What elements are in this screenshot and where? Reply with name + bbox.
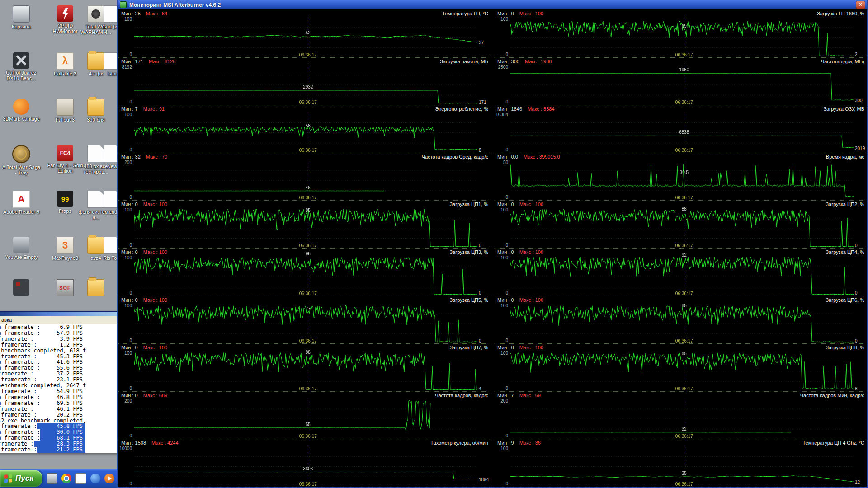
axis-max-label: 100 — [500, 207, 508, 212]
monitor-panel-r-3[interactable]: Мин : 1846Макс : 8384Загрузка ОЗУ, МБ163… — [495, 105, 866, 153]
desktop-icon-390-бля[interactable]: 390 бля — [76, 99, 116, 122]
graph-canvas — [134, 399, 477, 439]
monitor-panel-l-5[interactable]: Мин : 0Макс : 100Загрузка ЦП1, %10008506… — [118, 201, 490, 249]
mp3-icon: 3 — [57, 237, 74, 254]
desktop-icon-call-of-juarez-dx10-benc-[interactable]: Call of Juarez DX10 Benc... — [1, 52, 41, 81]
latest-value-label: 8 — [479, 148, 481, 153]
graph-canvas — [510, 17, 854, 57]
axis-min-label: 0 — [505, 147, 508, 152]
desktop-icon-folder[interactable] — [76, 279, 116, 298]
monitor-panel-r-7[interactable]: Мин : 0Макс : 100Загрузка ЦП6, %10008506… — [495, 296, 866, 344]
axis-label-gutter: 1000 — [118, 112, 134, 153]
cursor-value-label: 58 — [306, 123, 311, 128]
axis-max-label: 50 — [503, 160, 508, 165]
graph-canvas — [134, 351, 477, 391]
notepad-line-text: aximum framerate : — [0, 330, 40, 336]
desktop-icon-корзина[interactable]: Корзина — [1, 5, 41, 29]
app-icon[interactable] — [47, 473, 57, 484]
monitor-panel-l-10[interactable]: Мин : 1508Макс : 4244Тахометр кулера, об… — [118, 439, 490, 487]
plot-area: 8806:36:17 — [134, 351, 477, 391]
monitor-panel-l-2[interactable]: Мин : 171Макс : 6126Загрузка памяти, МБ8… — [118, 58, 490, 106]
axis-label-gutter: 1000 — [118, 207, 134, 248]
cursor-value-label: 85 — [306, 208, 311, 213]
plot-area: 9606:36:17 — [134, 255, 477, 296]
cursor-timestamp: 06:36:17 — [675, 291, 693, 296]
axis-min-label: 0 — [129, 481, 132, 486]
sof-icon: SOF — [57, 279, 74, 296]
desktop-icon-you-are-empty[interactable]: You Are Empty — [1, 237, 41, 260]
monitor-panel-r-9[interactable]: Мин : 7Макс : 69Частота кадров Мин, кадр… — [495, 392, 866, 440]
panel-header: Мин : 0Макс : 100Загрузка ЦП8, % — [495, 344, 866, 351]
close-icon[interactable]: × — [856, 1, 865, 9]
notepad-edit-menu-item[interactable]: авка — [1, 317, 12, 323]
monitor-panel-r-8[interactable]: Мин : 0Макс : 100Загрузка ЦП8, %10008506… — [495, 344, 866, 392]
guns-icon — [13, 52, 29, 69]
monitor-panel-r-2[interactable]: Мин : 300Макс : 1980Частота ядра, МГц250… — [495, 58, 866, 106]
desktop-icon-a-total-war-saga-troy[interactable]: A Total War Saga - Troy — [1, 145, 41, 175]
notepad-titlebar[interactable] — [0, 312, 119, 316]
bin-icon — [13, 5, 30, 23]
panel-header: Мин : 0Макс : 100Загрузка ЦП7, % — [118, 344, 490, 351]
axis-label-gutter: 2000 — [118, 160, 134, 201]
monitor-panel-l-9[interactable]: Мин : 0Макс : 689Частота кадров, кадр/с2… — [118, 392, 490, 440]
axis-max-label: 100 — [500, 446, 508, 451]
cursor-timestamp: 06:36:17 — [299, 482, 317, 487]
monitor-panel-r-1[interactable]: Мин : 0Макс : 100Загрузка ГП 1660, %1000… — [495, 10, 866, 58]
monitor-panel-r-10[interactable]: Мин : 9Макс : 36Температура ЦП 4 Ghz, °C… — [495, 439, 866, 487]
globe-icon[interactable] — [90, 474, 100, 483]
panel-title: Энергопотребление, % — [435, 106, 488, 112]
monitor-panel-l-8[interactable]: Мин : 0Макс : 100Загрузка ЦП7, %10008806… — [118, 344, 490, 392]
latest-value-label: 0 — [855, 338, 858, 343]
notepad-text-area[interactable]: inimum framerate : 6.9 FPSaximum framera… — [0, 324, 119, 453]
panel-plot-body: 50030.506:36:17 — [495, 160, 866, 201]
axis-min-label: 0 — [129, 291, 132, 296]
monitor-panel-l-1[interactable]: Мин : 25Макс : 64Температура ГП, °C10005… — [118, 10, 490, 58]
cursor-timestamp: 06:36:17 — [299, 148, 317, 153]
panel-plot-body: 10008806:36:174 — [118, 351, 490, 391]
panel-max-value: Макс : 100 — [519, 249, 543, 255]
latest-value-label: 171 — [479, 100, 486, 105]
afterburner-titlebar[interactable]: Мониторинг MSI Afterburner v4.6.2 × — [118, 0, 867, 9]
panel-plot-body: 10008506:36:170 — [118, 207, 490, 248]
wmp-icon[interactable] — [104, 474, 114, 483]
notepad-line-value: 46.8 FPS — [40, 394, 83, 400]
icon-glyph-text: 99 — [57, 191, 73, 207]
panel-header: Мин : 25Макс : 64Температура ГП, °C — [118, 10, 490, 17]
panel-min-value: Мин : 0 — [121, 201, 138, 207]
notepad-line-value: 45.3 FPS — [37, 353, 83, 360]
notepad-line-value: 54.9 FPS — [37, 388, 83, 394]
monitor-panel-l-7[interactable]: Мин : 0Макс : 100Загрузка ЦП5, %10007706… — [118, 296, 490, 344]
latest-value-gutter: 0 — [477, 207, 490, 248]
latest-value-gutter — [477, 399, 490, 439]
notepad-line-text: erage framerate : — [0, 353, 37, 360]
icon-glyph-text: λ — [57, 53, 73, 69]
monitor-panel-l-3[interactable]: Мин : 7Макс : 91Энергопотребление, %1000… — [118, 105, 490, 153]
latest-value-label: 2019 — [855, 146, 865, 151]
plot-area: 8506:36:17 — [510, 303, 854, 344]
panel-title: Частота кадров Сред, кадр/с — [422, 154, 488, 160]
monitor-panel-l-6[interactable]: Мин : 0Макс : 100Загрузка ЦП3, %10009606… — [118, 249, 490, 296]
notepad-line-text: low framerate : — [0, 336, 34, 342]
notepad-line-text: low framerate : — [0, 406, 34, 412]
desktop-icon-dark[interactable] — [1, 279, 41, 297]
latest-value-label: 1894 — [479, 477, 489, 482]
panel-title: Загрузка ЦП8, % — [826, 344, 864, 351]
yae-icon — [13, 237, 29, 253]
monitor-panel-r-5[interactable]: Мин : 0Макс : 100Загрузка ЦП2, %10008806… — [495, 201, 866, 249]
monitor-panel-r-6[interactable]: Мин : 0Макс : 100Загрузка ЦП4, %10009206… — [495, 249, 866, 296]
latest-value-label: 0 — [855, 243, 858, 248]
monitor-panel-l-4[interactable]: Мин : 32Макс : 70Частота кадров Сред, ка… — [118, 153, 490, 201]
page-icon[interactable] — [75, 473, 86, 484]
monitor-panel-r-4[interactable]: Мин : 0.0Макс : 399015.0Время кадра, мс5… — [495, 153, 866, 201]
axis-max-label: 100 — [500, 351, 508, 356]
panel-header: Мин : 0Макс : 689Частота кадров, кадр/с — [118, 392, 490, 399]
axis-min-label: 0 — [505, 195, 508, 200]
start-button[interactable]: Пуск — [0, 470, 42, 487]
desktop-icon-3dmark-vantage[interactable]: 3DMark Vantage — [1, 99, 41, 122]
desktop-icon-adobe-reader-9[interactable]: AAdobe Reader 9 — [1, 191, 41, 215]
cursor-timestamp: 06:36:17 — [299, 386, 317, 391]
icon-label: 3DMark Vantage — [1, 116, 41, 122]
notepad-line-value: 20.2 FPS — [37, 412, 83, 418]
axis-label-gutter: 2000 — [495, 399, 510, 439]
chrome-icon[interactable] — [61, 474, 71, 483]
